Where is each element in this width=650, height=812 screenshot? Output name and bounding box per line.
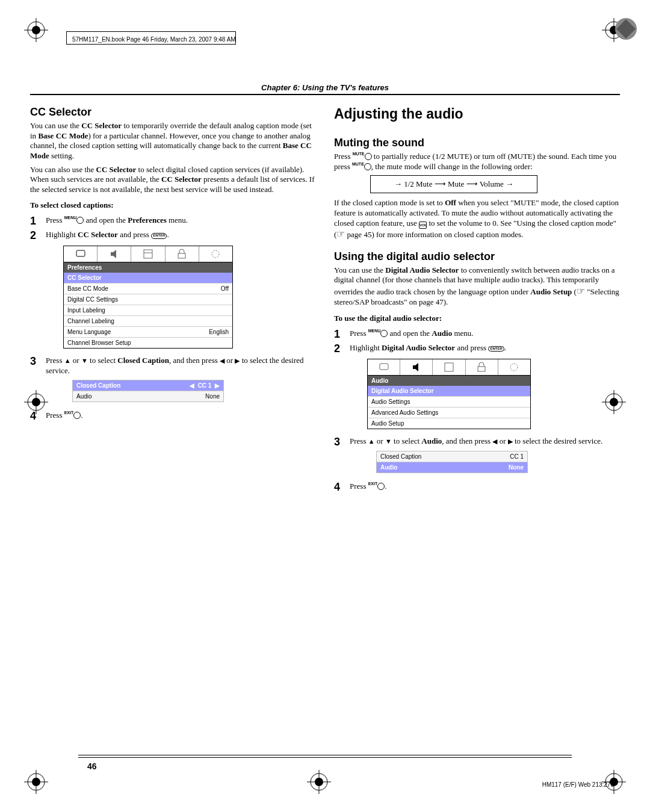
svg-marker-31: [111, 250, 116, 258]
register-mark-top-left: [24, 18, 48, 42]
menu-row: Digital CC Settings: [64, 294, 232, 305]
svg-rect-39: [478, 367, 485, 371]
tv-icon: [75, 249, 86, 259]
left-step-4: 4 Press EXIT.: [30, 411, 316, 421]
adjusting-audio-heading: Adjusting the audio: [334, 106, 620, 122]
speaker-icon: [411, 362, 422, 373]
menu-title: Preferences: [64, 262, 232, 273]
to-use-digital-subhead: To use the digital audio selector:: [334, 314, 620, 324]
cc-selector-para2: You can also use the CC Selector to sele…: [30, 165, 316, 195]
lock-icon: [176, 249, 187, 259]
speaker-icon: [109, 249, 120, 259]
left-step-3: 3 Press ▲ or ▼ to select Closed Caption,…: [30, 356, 316, 376]
menu-row: Base CC ModeOff: [64, 283, 232, 294]
enter-button-icon: ENTER: [151, 233, 167, 239]
tv-icon: [379, 362, 389, 373]
mute-cycle-diagram: → 1/2 Mute ⟶ Mute ⟶ Volume →: [370, 175, 537, 193]
menu-row: Input Labeling: [64, 305, 232, 315]
digital-audio-para: You can use the Digital Audio Selector t…: [334, 265, 620, 308]
preferences-menu-screenshot: Preferences CC Selector Base CC ModeOff …: [63, 246, 233, 349]
svg-point-23: [610, 398, 618, 406]
left-step-2: 2 Highlight CC Selector and press ENTER.: [30, 230, 316, 241]
page-bottom-rule: [78, 755, 572, 758]
up-arrow-icon: ▲: [368, 438, 375, 445]
digital-audio-heading: Using the digital audio selector: [334, 250, 620, 263]
book-header-line: 57HM117_EN.book Page 46 Friday, March 23…: [72, 36, 236, 43]
audio-menu-screenshot: Audio Digital Audio Selector Audio Setti…: [367, 359, 531, 429]
cc-selector-heading: CC Selector: [30, 106, 316, 119]
menu-row: Menu LanguageEnglish: [64, 326, 232, 337]
svg-point-35: [212, 250, 219, 258]
svg-rect-34: [178, 253, 185, 258]
mute-para: Press MUTE to partially reduce (1/2 MUTE…: [334, 152, 620, 172]
up-arrow-icon: ▲: [64, 357, 71, 364]
menu-row: Channel Labeling: [64, 315, 232, 326]
svg-point-19: [32, 398, 40, 406]
register-mark-bottom-center: [307, 770, 331, 794]
svg-point-11: [32, 778, 40, 786]
pointer-icon: ☞: [336, 229, 345, 239]
menu-row: Channel Browser Setup: [64, 337, 232, 348]
menu-button-icon: MENU: [368, 329, 381, 333]
to-select-subhead: To select closed captions:: [30, 200, 316, 211]
muting-sound-heading: Muting the sound: [334, 137, 620, 149]
register-diamond-top-right: [611, 14, 640, 43]
svg-rect-36: [380, 364, 388, 370]
svg-point-3: [32, 26, 40, 34]
preferences-icon: [143, 249, 153, 259]
down-arrow-icon: ▼: [385, 438, 392, 445]
pointer-icon: ☞: [577, 286, 585, 296]
svg-rect-38: [445, 363, 453, 371]
exit-button-icon: EXIT: [368, 482, 378, 486]
preferences-icon: [444, 362, 454, 373]
page-number: 46: [87, 761, 97, 771]
menu-button-icon: MENU: [64, 215, 77, 220]
menu-title: Audio: [368, 376, 530, 386]
right-step-1: 1 Press MENU and open the Audio menu.: [334, 329, 620, 339]
svg-rect-30: [76, 250, 85, 256]
menu-row: Audio Setup: [368, 418, 530, 429]
register-mark-mid-right: [602, 390, 626, 414]
gear-icon: [509, 362, 519, 373]
down-arrow-icon: ▼: [81, 357, 88, 364]
lock-icon: [476, 362, 487, 373]
right-step-4: 4 Press EXIT.: [334, 482, 620, 492]
right-step-3: 3 Press ▲ or ▼ to select Audio, and then…: [334, 436, 620, 447]
left-step-1: 1 Press MENU and open the Preferences me…: [30, 215, 316, 226]
svg-point-40: [510, 364, 518, 371]
menu-row: Audio Settings: [368, 396, 530, 407]
svg-rect-32: [144, 250, 152, 258]
menu-selected-row: CC Selector: [64, 273, 232, 283]
cc-option-bar: Closed Caption◀ CC 1 ▶ AudioNone: [72, 380, 224, 402]
svg-marker-37: [413, 363, 418, 371]
mute-para2: If the closed caption mode is set to Off…: [334, 198, 620, 240]
right-arrow-icon: ▶: [508, 438, 513, 445]
gear-icon: [210, 249, 221, 259]
left-arrow-icon: ◀: [220, 357, 224, 364]
register-mark-mid-left: [24, 390, 48, 414]
svg-point-27: [315, 778, 323, 786]
enter-button-icon: ENTER: [488, 346, 504, 352]
menu-row: Advanced Audio Settings: [368, 407, 530, 418]
chapter-title: Chapter 6: Using the TV's features: [30, 83, 620, 95]
right-step-2: 2 Highlight Digital Audio Selector and p…: [334, 343, 620, 354]
register-mark-bottom-left: [24, 770, 48, 794]
cc-selector-para1: You can use the CC Selector to temporari…: [30, 121, 316, 161]
exit-button-icon: EXIT: [64, 411, 74, 415]
mute-button-icon: MUTE: [353, 152, 365, 156]
audio-option-bar: Closed CaptionCC 1 AudioNone: [376, 451, 528, 473]
menu-selected-row: Digital Audio Selector: [368, 386, 530, 396]
vol-button-icon: VOL: [419, 222, 427, 229]
footer-code: HM117 (E/F) Web 213:276: [542, 781, 614, 788]
